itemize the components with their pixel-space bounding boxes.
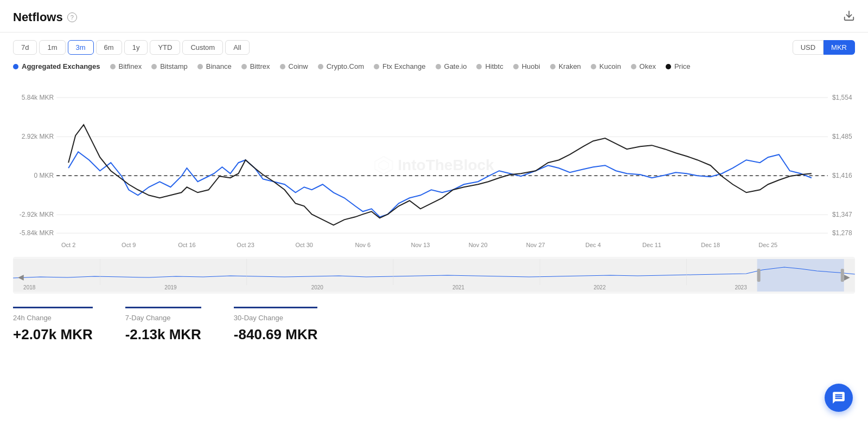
svg-text:2019: 2019: [164, 284, 177, 290]
legend-label-bitstamp: Bitstamp: [160, 62, 188, 70]
legend-label-coinw: Coinw: [289, 62, 308, 70]
legend-price[interactable]: Price: [666, 62, 691, 70]
legend-label-gateio: Gate.io: [444, 62, 467, 70]
legend-label-bitfinex: Bitfinex: [119, 62, 142, 70]
svg-text:2023: 2023: [735, 284, 747, 290]
legend-label-kucoin: Kucoin: [599, 62, 621, 70]
legend-dot-coinw: [280, 64, 285, 69]
stat-24h-label: 24h Change: [13, 314, 93, 322]
svg-text:Oct 9: Oct 9: [122, 242, 136, 248]
legend-dot-price: [666, 64, 671, 69]
svg-text:Dec 4: Dec 4: [585, 242, 601, 248]
svg-rect-43: [757, 269, 761, 282]
legend-label-bittrex: Bittrex: [250, 62, 270, 70]
legend-kucoin[interactable]: Kucoin: [591, 62, 621, 70]
legend-binance[interactable]: Binance: [197, 62, 232, 70]
filter-ytd[interactable]: YTD: [150, 40, 180, 55]
header-left: Netflows ?: [13, 10, 77, 24]
svg-text:Oct 2: Oct 2: [61, 242, 75, 248]
legend-aggregated[interactable]: Aggregated Exchanges: [13, 62, 100, 70]
svg-text:2.92k MKR: 2.92k MKR: [22, 133, 54, 140]
svg-text:Oct 16: Oct 16: [178, 242, 195, 248]
legend-dot-okex: [631, 64, 636, 69]
svg-text:$1,485: $1,485: [832, 133, 852, 140]
stat-7day-value: -2.13k MKR: [125, 326, 201, 343]
legend-label-ftx: Ftx Exchange: [382, 62, 426, 70]
legend-dot-aggregated: [13, 64, 18, 69]
svg-text:0 MKR: 0 MKR: [34, 172, 54, 179]
svg-text:-5.84k MKR: -5.84k MKR: [20, 229, 54, 237]
mini-chart-container: 2018 2019 2020 2021 2022 2023 ◀ ▶: [13, 257, 855, 294]
legend-label-cryptocom: Crypto.Com: [327, 62, 364, 70]
svg-rect-44: [841, 269, 844, 282]
svg-text:Dec 25: Dec 25: [758, 242, 777, 248]
svg-text:$1,554: $1,554: [832, 94, 852, 101]
legend-label-okex: Okex: [640, 62, 656, 70]
filter-6m[interactable]: 6m: [96, 40, 122, 55]
svg-rect-34: [757, 259, 844, 292]
svg-text:-2.92k MKR: -2.92k MKR: [20, 211, 54, 218]
svg-text:Dec 11: Dec 11: [642, 242, 661, 248]
legend-kraken[interactable]: Kraken: [550, 62, 581, 70]
legend-dot-kucoin: [591, 64, 596, 69]
controls-row: 7d 1m 3m 6m 1y YTD Custom All USD MKR: [0, 33, 868, 62]
legend-dot-bittrex: [241, 64, 247, 69]
svg-text:2022: 2022: [593, 284, 606, 290]
legend-cryptocom[interactable]: Crypto.Com: [318, 62, 364, 70]
filter-3m[interactable]: 3m: [68, 40, 94, 55]
filter-all[interactable]: All: [225, 40, 249, 55]
svg-text:Oct 30: Oct 30: [295, 242, 312, 248]
svg-text:2020: 2020: [311, 284, 324, 290]
stat-7day: 7-Day Change -2.13k MKR: [125, 307, 201, 343]
chat-button[interactable]: [825, 384, 853, 412]
legend-dot-cryptocom: [318, 64, 323, 69]
legend-label-huobi: Huobi: [522, 62, 540, 70]
legend-hitbtc[interactable]: Hitbtc: [476, 62, 503, 70]
svg-text:Nov 27: Nov 27: [526, 242, 545, 248]
currency-filters: USD MKR: [793, 40, 855, 55]
svg-text:$1,278: $1,278: [832, 229, 852, 237]
header: Netflows ?: [0, 0, 868, 33]
currency-mkr[interactable]: MKR: [824, 40, 855, 55]
filter-7d[interactable]: 7d: [13, 40, 37, 55]
legend-bittrex[interactable]: Bittrex: [241, 62, 270, 70]
main-chart: IntoTheBlock 5.84k MKR 2.92k MKR: [13, 76, 855, 255]
filter-custom[interactable]: Custom: [182, 40, 223, 55]
svg-text:▶: ▶: [844, 273, 850, 281]
currency-usd[interactable]: USD: [793, 40, 824, 55]
svg-text:Dec 18: Dec 18: [701, 242, 720, 248]
legend-coinw[interactable]: Coinw: [280, 62, 308, 70]
legend-bitfinex[interactable]: Bitfinex: [110, 62, 142, 70]
svg-text:Nov 13: Nov 13: [411, 242, 430, 248]
legend-label-binance: Binance: [206, 62, 232, 70]
legend-ftx[interactable]: Ftx Exchange: [374, 62, 426, 70]
legend-huobi[interactable]: Huobi: [513, 62, 540, 70]
legend-dot-gateio: [436, 64, 441, 69]
legend-dot-bitfinex: [110, 64, 116, 69]
filter-1m[interactable]: 1m: [39, 40, 65, 55]
main-chart-svg: 5.84k MKR 2.92k MKR 0 MKR -2.92k MKR -5.…: [13, 76, 855, 255]
svg-rect-3: [56, 76, 828, 233]
svg-text:Nov 6: Nov 6: [355, 242, 371, 248]
legend-dot-huobi: [513, 64, 519, 69]
filter-1y[interactable]: 1y: [124, 40, 148, 55]
legend-dot-binance: [197, 64, 203, 69]
svg-text:Nov 20: Nov 20: [469, 242, 488, 248]
svg-text:2021: 2021: [452, 284, 465, 290]
legend-dot-hitbtc: [476, 64, 482, 69]
legend-gateio[interactable]: Gate.io: [436, 62, 467, 70]
chart-section: IntoTheBlock 5.84k MKR 2.92k MKR: [0, 76, 868, 294]
time-filters: 7d 1m 3m 6m 1y YTD Custom All: [13, 40, 250, 55]
legend-bitstamp[interactable]: Bitstamp: [151, 62, 188, 70]
stat-30day: 30-Day Change -840.69 MKR: [234, 307, 318, 343]
legend-label-hitbtc: Hitbtc: [485, 62, 503, 70]
legend-dot-ftx: [374, 64, 379, 69]
help-icon[interactable]: ?: [67, 12, 77, 22]
svg-text:◀: ◀: [18, 273, 24, 281]
stat-7day-label: 7-Day Change: [125, 314, 201, 322]
legend-dot-bitstamp: [151, 64, 157, 69]
stat-24h: 24h Change +2.07k MKR: [13, 307, 93, 343]
legend-okex[interactable]: Okex: [631, 62, 656, 70]
download-icon[interactable]: [843, 10, 855, 24]
stats-row: 24h Change +2.07k MKR 7-Day Change -2.13…: [0, 294, 868, 354]
